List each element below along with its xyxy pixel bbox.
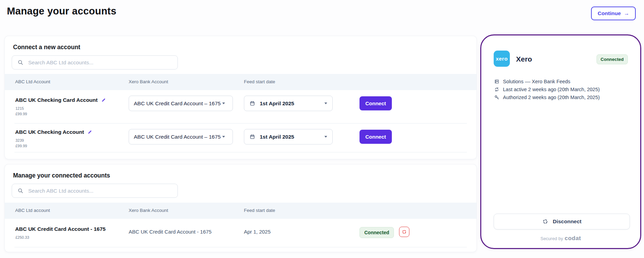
- detail-authorized: Authorized 2 weeks ago (20th March, 2025…: [494, 95, 600, 100]
- account-name: ABC UK Checking Card Account: [15, 97, 98, 103]
- feed-start-date-value: Apr 1, 2025: [244, 229, 271, 235]
- calendar-icon: [249, 100, 255, 106]
- table-row: ABC UK Checking Card Account 1215 £99.99…: [5, 90, 476, 123]
- detail-text: Last active 2 weeks ago (20th March, 202…: [503, 87, 600, 92]
- account-name: ABC UK Checking Account: [15, 129, 84, 135]
- chevron-down-icon: [222, 103, 225, 104]
- integration-name: Xero: [516, 55, 532, 63]
- feed-start-date-value: 1st April 2025: [260, 100, 320, 107]
- column-header-feed-date: Feed start date: [244, 79, 275, 84]
- row-divider: [14, 152, 467, 152]
- page-title: Manage your accounts: [7, 6, 116, 17]
- connected-section-title: Manage your connected accounts: [13, 172, 110, 179]
- account-balance: £99.99: [15, 112, 27, 116]
- broken-link-icon: [542, 218, 548, 225]
- feed-start-date-picker[interactable]: 1st April 2025: [244, 129, 333, 144]
- feed-start-date-value: 1st April 2025: [260, 134, 320, 140]
- continue-button-label: Continue: [598, 10, 621, 17]
- detail-text: Authorized 2 weeks ago (20th March, 2025…: [503, 95, 600, 100]
- detail-solutions: Solutions –– Xero Bank Feeds: [494, 79, 600, 84]
- table-row: ABC UK Credit Card Account - 1675 £250.3…: [5, 219, 476, 247]
- account-balance: £250.33: [15, 235, 29, 239]
- disconnect-account-button[interactable]: [399, 227, 409, 237]
- connect-new-account-card: Connect a new account ABC Ltd Account Xe…: [5, 36, 476, 159]
- connect-search-input[interactable]: [28, 60, 172, 66]
- connect-table-header: ABC Ltd Account Xero Bank Account Feed s…: [5, 74, 476, 90]
- column-header-xero-account: Xero Bank Account: [129, 208, 168, 213]
- connected-accounts-card: Manage your connected accounts ABC Ltd a…: [5, 164, 476, 252]
- secured-by-text: Secured by: [540, 236, 563, 241]
- column-header-xero-account: Xero Bank Account: [129, 79, 168, 84]
- disconnect-button[interactable]: Disconnect: [494, 214, 630, 229]
- detail-text: Solutions –– Xero Bank Feeds: [503, 79, 570, 84]
- integration-details: Solutions –– Xero Bank Feeds Last active…: [494, 79, 600, 100]
- broken-link-icon: [401, 229, 407, 235]
- column-header-feed-date: Feed start date: [244, 208, 275, 213]
- connected-search-box: [12, 184, 178, 198]
- detail-last-active: Last active 2 weeks ago (20th March, 202…: [494, 87, 600, 92]
- edit-pencil-icon[interactable]: [101, 98, 106, 103]
- xero-account-select-value: ABC UK Credit Card Account – 1675: [134, 134, 221, 140]
- feed-start-date-picker[interactable]: 1st April 2025: [244, 96, 333, 111]
- connect-button[interactable]: Connect: [359, 130, 392, 144]
- connect-section-title: Connect a new account: [13, 44, 80, 51]
- connected-table-header: ABC Ltd account Xero Bank Account Feed s…: [5, 203, 476, 219]
- search-icon: [17, 187, 24, 194]
- search-icon: [17, 59, 24, 66]
- status-badge: Connected: [359, 227, 394, 238]
- connect-button[interactable]: Connect: [359, 96, 392, 110]
- continue-button[interactable]: Continue →: [591, 7, 636, 20]
- xero-account-value: ABC UK Credit Card Account - 1675: [129, 229, 212, 235]
- account-number: 1215: [15, 106, 24, 110]
- column-header-abc-account: ABC Ltd Account: [15, 79, 50, 84]
- sync-icon: [494, 87, 500, 92]
- codat-logo: codat: [565, 235, 581, 241]
- account-balance: £99.99: [15, 144, 27, 148]
- calendar-icon: [249, 134, 255, 140]
- account-name: ABC UK Credit Card Account - 1675: [15, 226, 106, 232]
- xero-integration-panel: xero Xero Connected Solutions –– Xero Ba…: [480, 34, 641, 249]
- arrow-right-icon: →: [624, 10, 630, 17]
- xero-account-select-value: ABC UK Credit Card Account – 1675: [134, 100, 221, 107]
- column-header-abc-account: ABC Ltd account: [15, 208, 50, 213]
- connected-search-input[interactable]: [28, 188, 172, 194]
- chevron-down-icon: [324, 136, 327, 138]
- secured-by: Secured by codat: [481, 235, 640, 242]
- edit-pencil-icon[interactable]: [87, 130, 92, 135]
- chevron-down-icon: [324, 103, 327, 104]
- xero-logo-text: xero: [496, 56, 508, 62]
- key-icon: [494, 95, 500, 100]
- bank-feeds-icon: [494, 79, 500, 84]
- status-badge: Connected: [597, 54, 628, 64]
- chevron-down-icon: [222, 136, 225, 138]
- connect-search-box: [12, 55, 178, 69]
- table-row: ABC UK Checking Account 3239 £99.99 ABC …: [5, 123, 476, 152]
- xero-logo: xero: [494, 51, 510, 67]
- xero-account-select[interactable]: ABC UK Credit Card Account – 1675: [129, 96, 233, 111]
- row-divider: [14, 247, 467, 247]
- xero-account-select[interactable]: ABC UK Credit Card Account – 1675: [129, 129, 233, 144]
- disconnect-button-label: Disconnect: [553, 218, 582, 225]
- account-number: 3239: [15, 138, 24, 142]
